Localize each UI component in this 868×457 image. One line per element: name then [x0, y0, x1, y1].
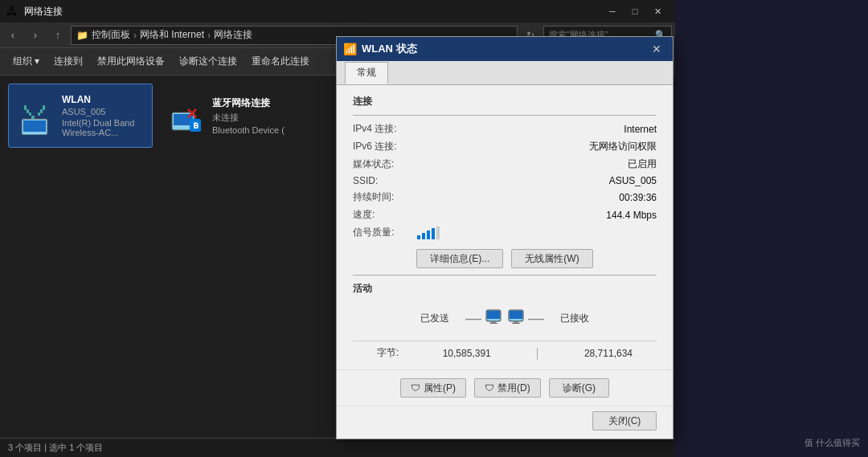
disable-net-button[interactable]: 🛡 禁用(D)	[474, 378, 541, 398]
maximize-button[interactable]: □	[624, 3, 646, 19]
sent-bytes-value: 10,585,391	[443, 348, 491, 359]
speed-label: 速度:	[353, 208, 417, 222]
rename-button[interactable]: 重命名此连接	[245, 51, 316, 72]
activity-network-icon	[485, 302, 525, 334]
bytes-divider-icon: │	[534, 348, 541, 359]
svg-rect-18	[487, 311, 500, 319]
ipv6-label: IPv6 连接:	[353, 140, 417, 153]
wlan-icon	[15, 96, 54, 135]
signal-bar-3	[427, 231, 430, 239]
sent-section: 已发送	[420, 312, 449, 325]
svg-rect-22	[510, 311, 522, 319]
svg-rect-4	[31, 116, 35, 119]
connect-button[interactable]: 连接到	[47, 51, 89, 72]
ipv4-value: Internet	[417, 124, 657, 135]
disable-icon: 🛡	[485, 382, 494, 394]
diagnose-button[interactable]: 诊断这个连接	[173, 51, 244, 72]
bytes-label: 字节:	[377, 346, 399, 360]
close-row: 关闭(C)	[337, 406, 673, 439]
duration-label: 持续时间:	[353, 190, 417, 204]
ipv4-label: IPv4 连接:	[353, 122, 417, 136]
dialog-footer: 🛡 属性(P) 🛡 禁用(D) 诊断(G)	[337, 369, 673, 406]
forward-button[interactable]: ›	[26, 26, 45, 45]
watermark: 值 什么值得买	[805, 437, 860, 449]
organize-button[interactable]: 组织 ▾	[6, 51, 46, 72]
activity-visual: 已发送 — —	[353, 302, 657, 334]
bluetooth-info: 蓝牙网络连接 未连接 Bluetooth Device (	[212, 96, 297, 135]
left-arrow-icon: —	[465, 309, 481, 328]
dialog-wifi-icon: 📶	[343, 43, 357, 55]
dialog-title: WLAN 状态	[362, 42, 642, 56]
minimize-button[interactable]: ─	[601, 3, 624, 19]
recv-bytes-value: 28,711,634	[584, 348, 633, 359]
svg-rect-24	[512, 323, 520, 324]
signal-value	[417, 226, 657, 239]
recv-section: 已接收	[560, 312, 589, 325]
breadcrumb-sep1: ›	[133, 30, 137, 41]
signal-bar-4	[432, 228, 435, 239]
status-bar: 3 个项目 | 选中 1 个项目	[0, 438, 675, 457]
dialog-close-button[interactable]: ✕	[647, 41, 666, 57]
details-button[interactable]: 详细信息(E)...	[416, 249, 503, 268]
divider-2	[353, 275, 657, 275]
back-button[interactable]: ‹	[3, 26, 23, 45]
bluetooth-status: 未连接	[212, 112, 297, 124]
speed-value: 144.4 Mbps	[417, 210, 657, 221]
status-text: 3 个项目 | 选中 1 个项目	[8, 442, 103, 454]
breadcrumb-sep2: ›	[207, 30, 211, 41]
network-item-wlan[interactable]: WLAN ASUS_005 Intel(R) Dual Band Wireles…	[8, 84, 153, 148]
wlan-info: WLAN ASUS_005 Intel(R) Dual Band Wireles…	[62, 94, 145, 137]
window-icon: 🖧	[6, 5, 18, 18]
wlan-name: WLAN	[62, 94, 145, 105]
breadcrumb-part2[interactable]: 网络和 Internet	[140, 28, 204, 42]
duration-row: 持续时间: 00:39:36	[353, 190, 657, 204]
close-dialog-button[interactable]: 关闭(C)	[592, 411, 657, 430]
svg-rect-20	[489, 323, 497, 324]
up-button[interactable]: ↑	[48, 26, 68, 45]
svg-rect-9	[24, 105, 27, 110]
recv-label: 已接收	[560, 312, 589, 324]
disable-button[interactable]: 禁用此网络设备	[91, 51, 171, 72]
svg-rect-1	[23, 120, 46, 132]
activity-section-title: 活动	[353, 282, 657, 296]
bytes-row: 字节: 10,585,391 │ 28,711,634	[353, 341, 657, 360]
svg-rect-10	[43, 105, 45, 110]
ssid-label: SSID:	[353, 175, 417, 186]
duration-value: 00:39:36	[417, 192, 657, 203]
svg-text:ʙ: ʙ	[193, 120, 199, 131]
close-button[interactable]: ✕	[646, 3, 669, 19]
ssid-value: ASUS_005	[417, 175, 657, 186]
ssid-row: SSID: ASUS_005	[353, 175, 657, 186]
svg-rect-5	[29, 112, 31, 116]
wireless-properties-button[interactable]: 无线属性(W)	[511, 249, 592, 268]
connection-section-title: 连接	[353, 95, 657, 108]
svg-rect-7	[27, 109, 29, 113]
wlan-ssid: ASUS_005	[62, 107, 145, 116]
tab-general[interactable]: 常规	[345, 62, 388, 84]
breadcrumb-part1[interactable]: 控制面板	[92, 28, 130, 42]
breadcrumb-part3[interactable]: 网络连接	[214, 28, 252, 42]
signal-bars	[417, 226, 657, 239]
signal-bar-5	[436, 226, 440, 239]
ipv6-row: IPv6 连接: 无网络访问权限	[353, 140, 657, 153]
diagnose-net-button[interactable]: 诊断(G)	[549, 378, 609, 398]
window-title: 网络连接	[24, 5, 595, 18]
signal-row: 信号质量:	[353, 226, 657, 239]
media-value: 已启用	[417, 157, 657, 171]
wlan-status-dialog: 📶 WLAN 状态 ✕ 常规 连接 IPv4 连接: Internet IPv6…	[336, 36, 674, 439]
media-row: 媒体状态: 已启用	[353, 157, 657, 171]
shield-icon: 🛡	[411, 382, 420, 394]
properties-button[interactable]: 🛡 属性(P)	[400, 378, 466, 398]
dialog-tabs: 常规	[337, 61, 673, 85]
bluetooth-device: Bluetooth Device (	[212, 125, 297, 135]
svg-rect-6	[38, 112, 40, 116]
network-item-bluetooth[interactable]: ʙ 蓝牙网络连接 未连接 Bluetooth Device (	[159, 84, 304, 148]
bluetooth-icon: ʙ	[166, 96, 204, 135]
speed-row: 速度: 144.4 Mbps	[353, 208, 657, 222]
ipv4-row: IPv4 连接: Internet	[353, 122, 657, 136]
media-label: 媒体状态:	[353, 157, 417, 171]
signal-label: 信号质量:	[353, 226, 417, 239]
breadcrumb-folder-icon: 📁	[76, 30, 88, 41]
signal-bar-1	[417, 235, 420, 239]
wlan-adapter: Intel(R) Dual Band Wireless-AC...	[62, 118, 145, 137]
